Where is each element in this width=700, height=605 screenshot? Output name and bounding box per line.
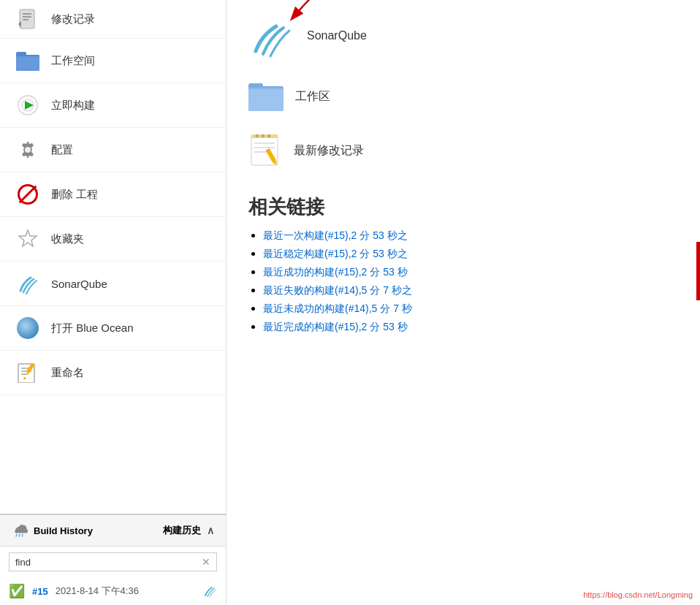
related-link-1[interactable]: 最近稳定构建(#15),2 分 53 秒之 [263,248,408,259]
project-links-area: SonarQube 工作区 [248,15,678,183]
sidebar-item-label-configure: 配置 [51,143,73,157]
sidebar-item-label-delete: 删除 工程 [51,188,98,202]
sidebar-item-workspace[interactable]: 工作空间 [0,39,226,83]
build-history-title-left: Build History [12,522,93,539]
gear-icon [15,137,41,163]
document-scroll-icon [15,6,41,32]
workspace-link-row[interactable]: 工作区 [248,80,678,113]
changelog-link-label[interactable]: 最新修改记录 [294,143,364,159]
build-number-link[interactable]: #15 [32,586,48,597]
sidebar-item-label-blue-ocean: 打开 Blue Ocean [51,321,134,335]
related-link-item[interactable]: 最近完成的构建(#15),2 分 53 秒 [263,320,678,334]
related-links-title: 相关链接 [248,194,678,220]
sidebar-item-label-favorites: 收藏夹 [51,232,84,246]
build-history-title-right: 构建历史 ∧ [163,524,214,537]
related-link-5[interactable]: 最近完成的构建(#15),2 分 53 秒 [263,321,408,332]
delete-icon [15,181,41,208]
sidebar-item-label-sonarqube: SonarQube [51,278,107,290]
star-icon [15,226,41,252]
svg-point-32 [262,134,265,137]
notepad-icon [248,133,284,168]
svg-rect-28 [248,89,284,111]
build-item-sonar-icon [202,584,217,598]
build-success-icon: ✅ [9,583,25,599]
svg-rect-8 [16,56,39,71]
related-links-list: 最近一次构建(#15),2 分 53 秒之 最近稳定构建(#15),2 分 53… [248,229,678,334]
svg-line-21 [16,534,17,536]
sidebar-item-rename[interactable]: 重命名 [0,351,226,395]
build-search-input[interactable] [15,557,202,568]
sonarqube-link-container[interactable] [248,15,292,61]
related-link-4[interactable]: 最近未成功的构建(#14),5 分 7 秒 [263,302,412,314]
svg-point-13 [25,147,31,153]
sidebar-item-sonarqube[interactable]: SonarQube [0,262,226,306]
build-history-title: Build History [34,525,93,536]
related-link-item[interactable]: 最近成功的构建(#15),2 分 53 秒 [263,265,678,279]
build-search-box: ✕ [9,552,217,571]
sidebar-item-configure[interactable]: 配置 [0,128,226,172]
build-history-header: Build History 构建历史 ∧ [0,515,226,547]
build-history-section: Build History 构建历史 ∧ ✕ ✅ #15 2021-8-14 下… [0,514,226,605]
build-item: ✅ #15 2021-8-14 下午4:36 [0,577,226,605]
folder-icon [15,47,41,74]
sidebar-item-label-build-now: 立即构建 [51,99,95,113]
sidebar-item-build-now[interactable]: 立即构建 [0,83,226,128]
sidebar-item-recent-changes[interactable]: 修改记录 [0,0,226,39]
build-history-title-cn: 构建历史 [163,524,201,537]
sonarqube-link-label[interactable]: SonarQube [307,29,367,42]
sidebar-item-label-rename: 重命名 [51,366,84,380]
svg-line-23 [22,534,23,536]
main-content: SonarQube 工作区 [227,0,700,605]
watermark: https://blog.csdn.net/Longming [583,590,693,599]
sidebar-item-label-workspace: 工作空间 [51,54,95,68]
svg-point-31 [256,134,259,137]
svg-point-33 [267,134,270,137]
workspace-folder-icon [248,80,285,113]
related-link-item[interactable]: 最近稳定构建(#15),2 分 53 秒之 [263,247,678,261]
search-clear-icon[interactable]: ✕ [202,556,210,568]
related-link-item[interactable]: 最近失败的构建(#14),5 分 7 秒之 [263,284,678,297]
related-link-item[interactable]: 最近一次构建(#15),2 分 53 秒之 [263,229,678,243]
sidebar-item-delete[interactable]: 删除 工程 [0,172,226,217]
related-link-item[interactable]: 最近未成功的构建(#14),5 分 7 秒 [263,302,678,316]
svg-line-22 [19,534,20,536]
build-datetime: 2021-8-14 下午4:36 [56,585,195,598]
related-link-3[interactable]: 最近失败的构建(#14),5 分 7 秒之 [263,284,412,296]
related-link-2[interactable]: 最近成功的构建(#15),2 分 53 秒 [263,266,408,278]
sidebar-item-favorites[interactable]: 收藏夹 [0,217,226,262]
rename-icon [15,359,41,386]
chevron-up-icon[interactable]: ∧ [207,525,214,536]
scroll-indicator [696,242,700,300]
sidebar: 修改记录 工作空间 立即构建 [0,0,227,605]
svg-marker-14 [19,230,37,246]
workspace-link-label[interactable]: 工作区 [295,89,330,104]
blue-ocean-icon [15,315,41,341]
red-annotation-arrow [270,0,343,29]
svg-rect-0 [20,9,34,28]
sidebar-item-blue-ocean[interactable]: 打开 Blue Ocean [0,306,226,351]
sonarqube-icon [15,270,41,297]
changelog-link-row[interactable]: 最新修改记录 [248,133,678,168]
build-history-icon [12,522,28,539]
related-link-0[interactable]: 最近一次构建(#15),2 分 53 秒之 [263,229,408,241]
build-icon [15,92,41,118]
sidebar-item-label-recent-changes: 修改记录 [51,12,95,26]
